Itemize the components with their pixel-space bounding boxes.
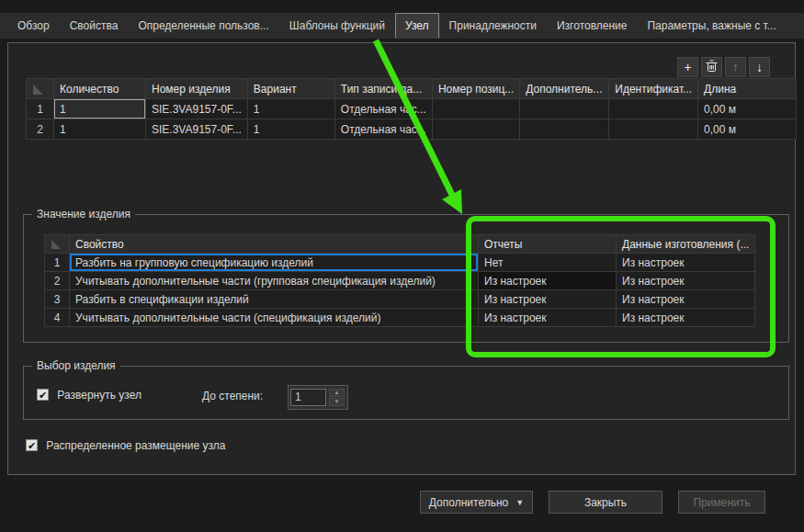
add-row-button[interactable]: + — [677, 57, 698, 77]
tab-properties[interactable]: Свойства — [60, 13, 129, 39]
tab-user-defined[interactable]: Определенные пользов... — [128, 13, 278, 39]
depth-input[interactable]: 1 — [290, 389, 326, 406]
group-title: Значение изделия — [32, 208, 135, 221]
spin-up-icon: ▲ — [334, 390, 340, 395]
cell-length[interactable]: 0,00 м — [698, 119, 797, 140]
table-row: 1 1 SIE.3VA9157-0F... 1 Отдельная час...… — [27, 99, 797, 119]
distributed-placement-checkbox[interactable]: ✔ — [26, 439, 38, 451]
col-identifier[interactable]: Идентификат... — [609, 79, 698, 99]
cell-quantity[interactable]: 1 — [54, 99, 146, 119]
dropdown-arrow-icon: ▼ — [515, 498, 524, 507]
cell-record-type[interactable]: Отдельная час... — [334, 119, 432, 140]
table-row: 4 Учитывать дополнительные части (специф… — [45, 309, 755, 327]
cell-reports[interactable]: Из настроек — [479, 290, 617, 309]
cell-length[interactable]: 0,00 м — [698, 99, 797, 119]
depth-spinner: 1 ▲ ▼ — [288, 385, 348, 410]
close-button[interactable]: Закрыть — [549, 491, 662, 514]
select-all-corner[interactable] — [27, 79, 54, 99]
cell-part-number[interactable]: SIE.3VA9157-0F... — [146, 119, 248, 140]
product-value-table: Свойство Отчеты Данные изготовления (...… — [44, 234, 755, 327]
group-title: Выбор изделия — [32, 359, 120, 372]
corner-triangle-icon — [51, 240, 61, 249]
cell-part-number[interactable]: SIE.3VA9157-0F... — [146, 99, 248, 119]
spin-down-button[interactable]: ▼ — [329, 398, 345, 406]
check-icon: ✔ — [28, 440, 36, 451]
parts-table: Количество Номер изделия Вариант Тип зап… — [26, 78, 797, 140]
cell-manufacturing[interactable]: Из настроек — [617, 254, 755, 272]
distributed-placement-label: Распределенное размещение узла — [46, 439, 225, 452]
cell-property[interactable]: Учитывать дополнительные части (специфик… — [70, 309, 479, 327]
row-number[interactable]: 2 — [27, 119, 54, 140]
cell-manufacturing[interactable]: Из настроек — [617, 290, 755, 309]
cell-manufacturing[interactable]: Из настроек — [617, 309, 755, 327]
row-number[interactable]: 4 — [45, 309, 70, 327]
col-record-type[interactable]: Тип записи да... — [334, 79, 432, 99]
corner-triangle-icon — [33, 85, 43, 95]
tab-function-templates[interactable]: Шаблоны функций — [279, 13, 395, 39]
cell-variant[interactable]: 1 — [247, 99, 334, 119]
delete-row-button[interactable] — [701, 57, 722, 77]
cell-quantity[interactable]: 1 — [54, 119, 146, 140]
cell-property[interactable]: Разбить на групповую спецификацию издели… — [70, 254, 479, 272]
cell-manufacturing[interactable]: Из настроек — [617, 272, 755, 290]
row-number[interactable]: 1 — [45, 254, 70, 272]
cell-additional[interactable] — [520, 119, 609, 140]
col-quantity[interactable]: Количество — [54, 79, 146, 99]
tab-assembly[interactable]: Узел — [395, 13, 439, 39]
move-up-button[interactable]: ↑ — [725, 57, 746, 77]
depth-label: До степени: — [202, 390, 263, 402]
col-part-number[interactable]: Номер изделия — [146, 79, 248, 99]
apply-button-label: Применить — [693, 496, 750, 509]
table-row: 2 1 SIE.3VA9157-0F... 1 Отдельная час...… — [27, 119, 797, 140]
cell-position[interactable] — [432, 119, 519, 140]
cell-reports[interactable]: Из настроек — [479, 272, 617, 290]
more-button-label: Дополнительно — [429, 496, 508, 509]
col-variant[interactable]: Вариант — [247, 79, 334, 99]
cell-identifier[interactable] — [609, 99, 698, 119]
trash-icon — [706, 60, 718, 75]
expand-node-label: Развернуть узел — [57, 389, 142, 402]
cell-property[interactable]: Разбить в спецификации изделий — [70, 290, 479, 309]
row-number[interactable]: 3 — [45, 290, 70, 309]
arrow-down-icon: ↓ — [756, 60, 763, 74]
col-property[interactable]: Свойство — [70, 235, 479, 254]
cell-property[interactable]: Учитывать дополнительные части (группова… — [70, 272, 479, 290]
check-icon: ✔ — [39, 390, 47, 401]
tab-bar: Обзор Свойства Определенные пользов... Ш… — [0, 13, 804, 39]
plus-icon: + — [684, 60, 691, 74]
tab-parameters[interactable]: Параметры, важные с т... — [637, 13, 786, 39]
table-row: 2 Учитывать дополнительные части (группо… — [45, 272, 755, 290]
cell-identifier[interactable] — [609, 119, 698, 140]
cell-position[interactable] — [432, 99, 519, 119]
cell-record-type[interactable]: Отдельная час... — [334, 99, 432, 119]
table-row: 1 Разбить на групповую спецификацию изде… — [45, 254, 755, 272]
move-down-button[interactable]: ↓ — [749, 57, 770, 77]
table-row: 3 Разбить в спецификации изделий Из наст… — [45, 290, 755, 309]
expand-node-checkbox-row: ✔ Развернуть узел — [37, 388, 142, 402]
spin-up-button[interactable]: ▲ — [329, 389, 345, 397]
cell-reports[interactable]: Нет — [479, 254, 617, 272]
tab-manufacturing[interactable]: Изготовление — [547, 13, 637, 39]
value-header-row: Свойство Отчеты Данные изготовления (... — [45, 235, 755, 254]
col-position[interactable]: Номер позиц... — [432, 79, 519, 99]
arrow-up-icon: ↑ — [732, 60, 739, 74]
col-reports[interactable]: Отчеты — [479, 235, 617, 254]
close-button-label: Закрыть — [584, 496, 627, 509]
col-length[interactable]: Длина — [698, 79, 797, 99]
more-button[interactable]: Дополнительно ▼ — [420, 491, 533, 514]
tab-overview[interactable]: Обзор — [7, 13, 60, 39]
cell-additional[interactable] — [520, 99, 609, 119]
col-additional[interactable]: Дополнитель... — [520, 79, 609, 99]
cell-variant[interactable]: 1 — [247, 119, 334, 140]
select-all-corner[interactable] — [45, 235, 70, 254]
expand-node-checkbox[interactable]: ✔ — [37, 389, 49, 401]
spin-down-icon: ▼ — [334, 399, 340, 404]
cell-reports[interactable]: Из настроек — [479, 309, 617, 327]
row-number[interactable]: 2 — [45, 272, 70, 290]
apply-button[interactable]: Применить — [678, 491, 765, 514]
row-number[interactable]: 1 — [27, 99, 54, 119]
distributed-placement-checkbox-row: ✔ Распределенное размещение узла — [26, 438, 226, 452]
tab-accessories[interactable]: Принадлежности — [439, 13, 547, 39]
col-manufacturing-data[interactable]: Данные изготовления (... — [617, 235, 755, 254]
parts-header-row: Количество Номер изделия Вариант Тип зап… — [27, 79, 797, 99]
